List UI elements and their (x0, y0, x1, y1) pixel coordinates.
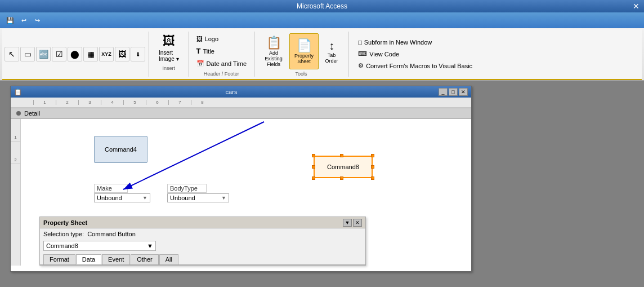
selection-type-label: Selection type: (43, 231, 84, 237)
insert-group: 🖼 InsertImage ▾ Insert (151, 30, 186, 78)
h-ruler: 1 2 3 4 5 6 7 8 (11, 98, 471, 108)
subform-new-window-btn[interactable]: □ Subform in New Window (355, 37, 475, 47)
property-sheet-pin-btn[interactable]: ▼ (343, 219, 352, 227)
tools-label: Tools (296, 71, 307, 77)
property-sheet-icon: 📄 (297, 38, 312, 53)
logo-btn[interactable]: 🖼 Logo (194, 34, 250, 44)
label-btn[interactable]: 🔤 (36, 47, 51, 61)
add-existing-fields-btn[interactable]: 📋 Add ExistingFields (259, 33, 288, 69)
property-sheet-btn[interactable]: 📄 PropertySheet (289, 33, 319, 69)
mdi-titlebar: 📋 cars _ □ ✕ (11, 86, 471, 98)
app-title: Microsoft Access (297, 2, 347, 10)
qat-redo-btn[interactable]: ↪ (32, 15, 43, 26)
header-footer-label: Header / Footer (194, 71, 250, 77)
property-sheet-panel: Property Sheet ▼ ✕ Selection type: Comma… (39, 217, 366, 266)
property-object-dropdown[interactable]: Command8 ▼ (43, 241, 156, 251)
mdi-title: cars (226, 89, 238, 95)
detail-section-header: Detail (11, 108, 471, 119)
property-tab-data[interactable]: Data (76, 254, 101, 264)
ruler-mark: 6 (146, 100, 168, 105)
ruler-mark: 2 (56, 100, 78, 105)
mdi-close-btn[interactable]: ✕ (459, 88, 468, 96)
convert-macros-btn[interactable]: ⚙ Convert Form's Macros to Visual Basic (355, 60, 475, 71)
mdi-title-icon: 📋 (14, 89, 22, 96)
bodytype-combo-value: Unbound (170, 195, 195, 201)
make-label-text: Make (97, 185, 112, 192)
insert-group-label: Insert (163, 65, 176, 71)
ribbon-content: ↖ ▭ 🔤 ☑ ⬤ ▦ XYZ 🖼 ⬇ 🖼 InsertImage ▾ Inse… (2, 29, 642, 80)
property-tab-event[interactable]: Event (102, 254, 130, 264)
add-existing-icon: 📋 (266, 36, 281, 50)
selection-type-value: Command Button (87, 231, 136, 237)
radio-btn[interactable]: ⬤ (68, 47, 82, 61)
qat-save-btn[interactable]: 💾 (5, 15, 16, 26)
tools-group: 📋 Add ExistingFields 📄 PropertySheet ↕ T… (257, 30, 346, 78)
handle-tm (340, 154, 343, 157)
app-close-btn[interactable]: ✕ (633, 2, 639, 11)
ruler-marks: 1 2 3 4 5 6 7 8 (33, 100, 213, 105)
date-time-btn[interactable]: 📅 Date and Time (194, 58, 250, 69)
date-time-icon: 📅 (196, 60, 204, 67)
subform-icon: □ (358, 39, 362, 46)
convert-icon: ⚙ (358, 62, 364, 69)
tab-all-label: All (166, 256, 172, 263)
ruler-num-2: 2 (11, 142, 20, 164)
insert-image-btn[interactable]: 🖼 InsertImage ▾ (154, 32, 184, 64)
property-sheet-title: Property Sheet (43, 219, 87, 226)
header-footer-group: 🖼 Logo T Title 📅 Date and Time Header / … (191, 30, 252, 78)
divider-2 (189, 32, 189, 77)
qat-undo-btn[interactable]: ↩ (18, 15, 29, 26)
property-selection-type-row: Selection type: Command Button (40, 228, 365, 240)
quick-access-toolbar: 💾 ↩ ↪ (0, 12, 644, 28)
subtools-group: □ Subform in New Window ⌨ View Code ⚙ Co… (351, 30, 480, 78)
make-combo-arrow: ▼ (142, 195, 147, 201)
tab-format-label: Format (50, 256, 69, 263)
property-tab-other[interactable]: Other (131, 254, 159, 264)
insert-image-label: InsertImage ▾ (159, 50, 179, 62)
image-btn[interactable]: 🖼 (115, 47, 129, 61)
text-box-btn[interactable]: ▭ (20, 47, 35, 61)
property-dropdown-row: Command8 ▼ (40, 240, 365, 252)
property-tab-all[interactable]: All (159, 254, 178, 264)
handle-tr (371, 154, 374, 157)
divider-3 (254, 32, 254, 77)
property-sheet-header: Property Sheet ▼ ✕ (40, 217, 365, 228)
make-combo-value: Unbound (97, 195, 122, 201)
property-sheet-close-btn[interactable]: ✕ (353, 219, 362, 227)
more-btn[interactable]: ⬇ (131, 47, 145, 61)
logo-label: Logo (205, 36, 218, 42)
handle-bl (312, 176, 315, 180)
select-icon-btn[interactable]: ↖ (5, 47, 19, 61)
listbox-btn[interactable]: ▦ (83, 47, 98, 61)
command4-button[interactable]: Command4 (94, 136, 147, 163)
logo-icon: 🖼 (196, 36, 203, 42)
v-ruler: 1 2 (11, 119, 21, 266)
mdi-restore-btn[interactable]: □ (449, 88, 458, 96)
mdi-minimize-btn[interactable]: _ (439, 88, 448, 96)
bodytype-combo-arrow: ▼ (221, 195, 226, 201)
handle-ml (312, 165, 315, 169)
bodytype-combo[interactable]: Unbound ▼ (167, 193, 229, 202)
command4-label: Command4 (105, 146, 137, 153)
section-label: Detail (24, 110, 40, 117)
divider-1 (149, 32, 149, 77)
handle-mr (371, 165, 374, 169)
title-label: Title (203, 48, 214, 55)
property-tab-format[interactable]: Format (43, 254, 75, 264)
tab-order-btn[interactable]: ↕ TabOrder (320, 33, 343, 69)
tab-other-label: Other (137, 256, 153, 263)
make-combo[interactable]: Unbound ▼ (94, 193, 150, 202)
command8-label: Command8 (327, 164, 359, 170)
title-btn[interactable]: T Title (194, 45, 250, 57)
title-icon: T (196, 47, 201, 55)
textxyz-btn[interactable]: XYZ (99, 47, 114, 61)
checkbox-btn[interactable]: ☑ (52, 47, 66, 61)
command8-button[interactable]: Command8 (314, 156, 373, 178)
property-sheet-header-btns: ▼ ✕ (343, 219, 362, 227)
tab-order-label: TabOrder (325, 52, 338, 64)
view-code-btn[interactable]: ⌨ View Code (355, 48, 475, 59)
header-footer-buttons: 🖼 Logo T Title 📅 Date and Time (194, 32, 250, 71)
tab-event-label: Event (108, 256, 124, 263)
handle-br (371, 176, 374, 180)
divider-4 (348, 32, 348, 77)
